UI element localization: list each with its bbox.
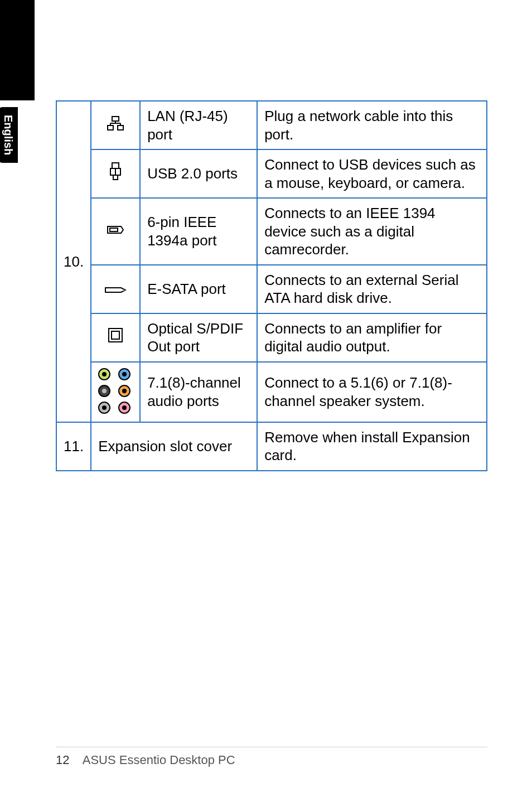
svg-rect-3 [112, 163, 119, 168]
page-footer: 12 ASUS Essentio Desktop PC [56, 747, 487, 767]
language-tab: English [0, 107, 18, 163]
audio-jack-pink [118, 402, 130, 414]
spdif-name: Optical S/PDIF Out port [140, 313, 257, 362]
row-number-10: 10. [56, 101, 91, 422]
table-row: 10. LAN (RJ-45) port Plug a network cabl… [56, 101, 487, 149]
audio-jacks-icon-cell [91, 362, 140, 422]
audio-name: 7.1(8)-channel audio ports [140, 362, 257, 422]
spdif-icon-cell [91, 313, 140, 362]
lan-icon [105, 115, 125, 136]
main-content: 10. LAN (RJ-45) port Plug a network cabl… [56, 100, 487, 471]
esata-name: E-SATA port [140, 265, 257, 313]
lan-icon-cell [91, 101, 140, 149]
table-row: E-SATA port Connects to an external Seri… [56, 265, 487, 313]
expansion-slot-name: Expansion slot cover [91, 422, 257, 471]
header-black-strip [0, 0, 35, 100]
svg-rect-7 [110, 228, 118, 231]
ieee1394-icon [105, 223, 125, 241]
page-number: 12 [56, 753, 69, 767]
ieee1394-icon-cell [91, 198, 140, 265]
audio-desc: Connect to a 5.1(6) or 7.1(8)-channel sp… [257, 362, 487, 422]
svg-rect-2 [118, 125, 123, 130]
audio-jack-black [98, 385, 110, 397]
audio-jack-grey [98, 402, 110, 414]
table-row: 11. Expansion slot cover Remove when ins… [56, 422, 487, 471]
row-number-11: 11. [56, 422, 91, 471]
audio-jacks-icon [98, 368, 133, 416]
esata-icon [104, 281, 127, 299]
lan-desc: Plug a network cable into this port. [257, 101, 487, 149]
ports-table: 10. LAN (RJ-45) port Plug a network cabl… [56, 100, 487, 471]
audio-jack-blue [118, 368, 130, 380]
spdif-icon [107, 327, 124, 348]
spdif-desc: Connects to an amplifier for digital aud… [257, 313, 487, 362]
svg-rect-8 [109, 328, 122, 342]
table-row: 7.1(8)-channel audio ports Connect to a … [56, 362, 487, 422]
usb-name: USB 2.0 ports [140, 149, 257, 198]
footer-title: ASUS Essentio Desktop PC [83, 753, 235, 767]
ieee1394-name: 6-pin IEEE 1394a port [140, 198, 257, 265]
table-row: Optical S/PDIF Out port Connects to an a… [56, 313, 487, 362]
lan-name: LAN (RJ-45) port [140, 101, 257, 149]
svg-rect-5 [113, 175, 118, 180]
esata-icon-cell [91, 265, 140, 313]
svg-rect-0 [112, 117, 119, 121]
audio-jack-orange [118, 385, 130, 397]
ieee1394-desc: Connects to an IEEE 1394 device such as … [257, 198, 487, 265]
expansion-slot-desc: Remove when install Expansion card. [257, 422, 487, 471]
usb-icon-cell [91, 149, 140, 198]
audio-jack-lime [98, 368, 110, 380]
table-row: USB 2.0 ports Connect to USB devices suc… [56, 149, 487, 198]
usb-icon [107, 162, 124, 186]
svg-rect-9 [112, 331, 119, 339]
esata-desc: Connects to an external Serial ATA hard … [257, 265, 487, 313]
usb-desc: Connect to USB devices such as a mouse, … [257, 149, 487, 198]
table-row: 6-pin IEEE 1394a port Connects to an IEE… [56, 198, 487, 265]
svg-rect-1 [108, 125, 113, 130]
